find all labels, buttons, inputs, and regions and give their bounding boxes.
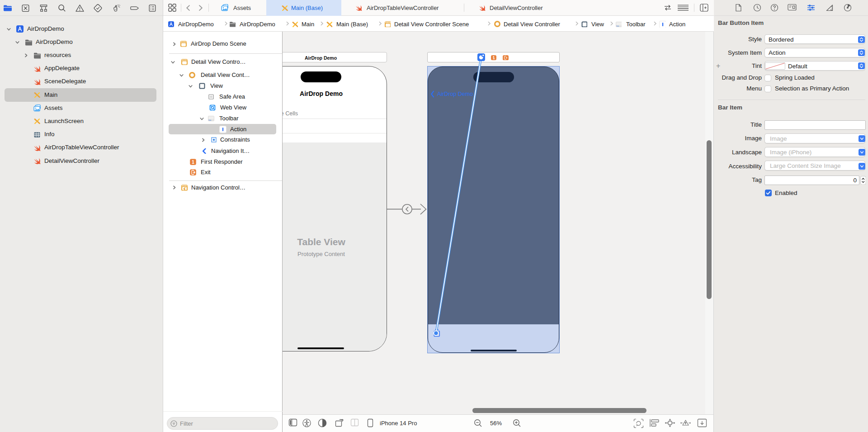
svg-text:Edit: Edit xyxy=(617,25,619,27)
svg-text:Edit: Edit xyxy=(209,119,212,121)
svg-text:1: 1 xyxy=(192,160,194,165)
